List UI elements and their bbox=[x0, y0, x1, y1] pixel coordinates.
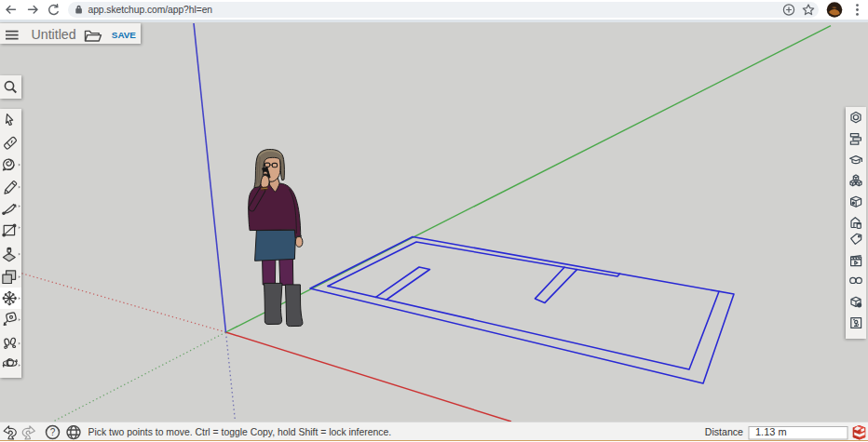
svg-text:Distance: Distance bbox=[705, 426, 743, 437]
svg-text:1.13 m: 1.13 m bbox=[755, 426, 787, 437]
svg-text:app.sketchup.com/app?hl=en: app.sketchup.com/app?hl=en bbox=[88, 5, 213, 15]
svg-text:?: ? bbox=[50, 427, 56, 437]
svg-text:Untitled: Untitled bbox=[32, 27, 76, 42]
svg-text:Pick two points to move. Ctrl: Pick two points to move. Ctrl = toggle C… bbox=[88, 427, 392, 437]
svg-text:SAVE: SAVE bbox=[112, 30, 137, 40]
